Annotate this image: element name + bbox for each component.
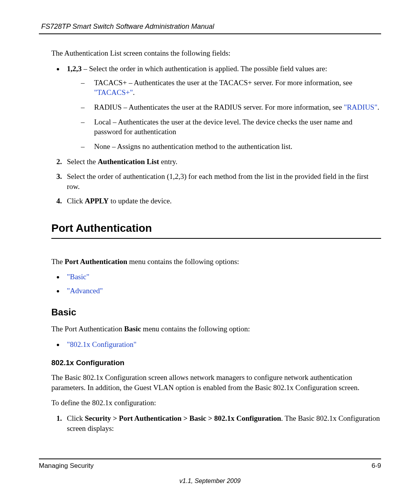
footer-center: v1.1, September 2009 [39, 477, 381, 485]
footer-left: Managing Security [39, 462, 94, 471]
intro-bold: Port Authentication [65, 257, 127, 266]
subsubsection-heading-config: 802.1x Configuration [51, 358, 381, 368]
section-intro: The Port Authentication menu contains th… [51, 257, 381, 267]
body-content: The Authentication List screen contains … [51, 48, 381, 433]
step-text: Click [67, 414, 85, 422]
page-footer: Managing Security 6-9 v1.1, September 20… [39, 458, 381, 485]
step-bold: Security > Port Authentication > Basic >… [85, 414, 281, 422]
basic-intro-post: menu contains the following option: [141, 325, 250, 333]
tacacs-link[interactable]: "TACACS+" [94, 88, 133, 96]
basic-option-list: "802.1x Configuration" [51, 340, 381, 350]
config-step-list: Click Security > Port Authentication > B… [51, 413, 381, 433]
header-rule [39, 33, 381, 34]
intro-text: The [51, 257, 65, 266]
step-4: Click APPLY to update the device. [64, 196, 381, 206]
sublist-item-radius: RADIUS – Authenticates the user at the R… [81, 102, 381, 112]
sublist-item-local: Local – Authenticates the user at the de… [81, 117, 381, 137]
step-text: Select the [67, 158, 98, 166]
field-label: 1,2,3 [67, 65, 82, 73]
option-basic: "Basic" [64, 272, 381, 282]
section-rule [51, 238, 381, 239]
step-text: Click [67, 197, 85, 205]
sub-text: RADIUS – Authenticates the user at the R… [94, 103, 344, 111]
section-heading-port-auth: Port Authentication [51, 221, 381, 236]
intro-text-post: menu contains the following options: [127, 257, 239, 266]
step-3: Select the order of authentication (1,2,… [64, 172, 381, 191]
config-para: The Basic 802.1x Configuration screen al… [51, 373, 381, 392]
basic-intro-bold: Basic [124, 325, 141, 333]
sub-text: TACACS+ – Authenticates the user at the … [94, 79, 352, 87]
step-bold: APPLY [85, 197, 109, 205]
running-header: FS728TP Smart Switch Software Administra… [41, 22, 381, 31]
basic-intro: The Port Authentication Basic menu conta… [51, 324, 381, 334]
step-bold: Authentication List [98, 158, 159, 166]
config-lead: To define the 802.1x configuration: [51, 398, 381, 408]
footer-right: 6-9 [371, 462, 381, 471]
config-link[interactable]: "802.1x Configuration" [67, 340, 136, 348]
basic-intro-pre: The Port Authentication [51, 325, 124, 333]
field-desc: – Select the order in which authenticati… [82, 65, 327, 73]
step-text-post: entry. [159, 158, 177, 166]
subsection-heading-basic: Basic [51, 306, 381, 318]
basic-option-item: "802.1x Configuration" [64, 340, 381, 350]
sub-text-post: . [377, 103, 379, 111]
step-list: Select the Authentication List entry. Se… [51, 157, 381, 206]
step-2: Select the Authentication List entry. [64, 157, 381, 167]
option-list: "Basic" "Advanced" [51, 272, 381, 296]
sub-text-post: . [133, 88, 135, 96]
field-list: 1,2,3 – Select the order in which authen… [51, 64, 381, 151]
step-text-post: to update the device. [109, 197, 172, 205]
footer-rule [39, 458, 381, 459]
sublist-item-none: None – Assigns no authentication method … [81, 142, 381, 152]
config-step-1: Click Security > Port Authentication > B… [64, 413, 381, 433]
advanced-link[interactable]: "Advanced" [67, 287, 103, 295]
option-advanced: "Advanced" [64, 286, 381, 296]
radius-link[interactable]: "RADIUS" [344, 103, 377, 111]
basic-link[interactable]: "Basic" [67, 273, 89, 281]
sublist-item-tacacs: TACACS+ – Authenticates the user at the … [81, 78, 381, 98]
field-list-item: 1,2,3 – Select the order in which authen… [64, 64, 381, 151]
field-sublist: TACACS+ – Authenticates the user at the … [81, 78, 381, 152]
page: FS728TP Smart Switch Software Administra… [0, 0, 420, 504]
intro-paragraph: The Authentication List screen contains … [51, 48, 381, 58]
